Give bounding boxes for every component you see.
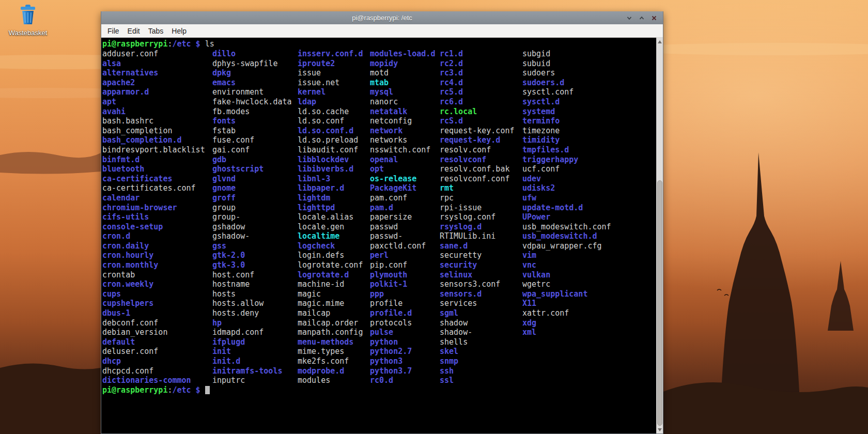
file-entry: cupshelpers <box>102 299 212 308</box>
arrow-up-icon <box>658 40 662 43</box>
file-entry: apache2 <box>102 78 212 88</box>
window-title: pi@raspberrypi: /etc <box>352 14 412 22</box>
file-entry: update-motd.d <box>522 203 611 213</box>
chevron-up-icon <box>639 15 645 21</box>
file-entry: iproute2 <box>298 59 370 69</box>
file-entry: cifs-utils <box>102 212 212 222</box>
file-entry: protocols <box>370 318 440 328</box>
file-entry: glvnd <box>212 174 298 184</box>
file-entry: resolvconf <box>440 155 522 165</box>
file-entry: usb_modeswitch.d <box>522 231 611 241</box>
file-entry: request-key.d <box>440 135 522 145</box>
file-entry: alsa <box>102 59 212 69</box>
file-entry: selinux <box>440 270 522 280</box>
menubar: File Edit Tabs Help <box>101 24 663 38</box>
file-entry: fb.modes <box>212 107 298 117</box>
close-button[interactable] <box>650 14 658 22</box>
file-entry: X11 <box>522 299 611 308</box>
file-entry: timezone <box>522 126 611 136</box>
file-entry: logrotate.d <box>298 270 370 280</box>
file-entry: mtab <box>370 78 440 88</box>
file-entry: fuse.conf <box>212 135 298 145</box>
file-entry: dpkg <box>212 68 298 78</box>
listing-column: rc1.drc2.drc3.drc4.drc5.drc6.drc.localrc… <box>440 49 522 385</box>
prompt-path: /etc $ <box>172 385 205 395</box>
file-entry: gshadow- <box>212 231 298 241</box>
scrollbar[interactable] <box>656 38 663 433</box>
file-entry: python <box>370 337 440 347</box>
file-entry: bindresvport.blacklist <box>102 145 212 155</box>
file-entry: vim <box>522 251 611 260</box>
file-entry: apparmor.d <box>102 87 212 97</box>
file-entry: wpa_supplicant <box>522 289 611 299</box>
file-entry: environment <box>212 87 298 97</box>
file-entry: subgid <box>522 49 611 59</box>
file-entry: cron.weekly <box>102 280 212 289</box>
titlebar[interactable]: pi@raspberrypi: /etc <box>101 11 663 24</box>
file-entry: localtime <box>298 231 370 241</box>
scroll-down-button[interactable] <box>657 426 663 433</box>
scrollbar-thumb[interactable] <box>657 180 662 426</box>
file-entry: libblockdev <box>298 155 370 165</box>
file-entry: libnl-3 <box>298 174 370 184</box>
menu-item-edit[interactable]: Edit <box>123 25 144 37</box>
file-entry: mailcap <box>298 308 370 318</box>
file-entry: udev <box>522 174 611 184</box>
file-entry: os-release <box>370 174 440 184</box>
file-entry: dphys-swapfile <box>212 59 298 69</box>
file-entry: adduser.conf <box>102 49 212 59</box>
file-entry: rc3.d <box>440 68 522 78</box>
file-entry: ld.so.cache <box>298 107 370 117</box>
desktop: Wastebasket pi@raspberrypi: /etc <box>0 0 868 434</box>
file-entry: mime.types <box>298 347 370 357</box>
wastebasket-icon[interactable]: Wastebasket <box>7 3 49 37</box>
file-entry: securetty <box>440 251 522 260</box>
file-entry: inputrc <box>212 376 298 385</box>
file-entry: modprobe.d <box>298 366 370 376</box>
file-entry: profile <box>370 299 440 308</box>
file-entry: hosts <box>212 289 298 299</box>
file-entry: profile.d <box>370 308 440 318</box>
file-entry: rpc <box>440 193 522 203</box>
minimize-button[interactable] <box>626 14 633 22</box>
file-entry: modules-load.d <box>370 49 440 59</box>
menu-item-help[interactable]: Help <box>167 25 191 37</box>
file-entry: UPower <box>522 212 611 222</box>
file-entry: mailcap.order <box>298 318 370 328</box>
file-entry: rmt <box>440 183 522 193</box>
file-entry: logrotate.conf <box>298 260 370 270</box>
file-entry: fake-hwclock.data <box>212 97 298 107</box>
file-entry: rsyslog.conf <box>440 212 522 222</box>
file-entry: dhcpcd.conf <box>102 366 212 376</box>
file-entry: networks <box>370 135 440 145</box>
file-entry: menu-methods <box>298 337 370 347</box>
file-entry: xdg <box>522 318 611 328</box>
scroll-up-button[interactable] <box>657 38 663 45</box>
file-entry: issue <box>298 68 370 78</box>
file-entry: xml <box>522 328 611 337</box>
file-entry: passwd- <box>370 231 440 241</box>
maximize-button[interactable] <box>638 14 645 22</box>
file-entry: sudoers.d <box>522 78 611 88</box>
file-entry: sysctl.d <box>522 97 611 107</box>
menu-item-file[interactable]: File <box>103 25 123 37</box>
command-text: ls <box>205 39 214 49</box>
file-entry: systemd <box>522 107 611 117</box>
file-entry: python2.7 <box>370 347 440 357</box>
file-entry: groff <box>212 193 298 203</box>
file-entry: hp <box>212 318 298 328</box>
file-entry: terminfo <box>522 116 611 126</box>
file-entry: dictionaries-common <box>102 376 212 385</box>
file-entry: network <box>370 126 440 136</box>
terminal-output: pi@raspberrypi:/etc $ ls adduser.confals… <box>102 39 655 395</box>
terminal-screen[interactable]: pi@raspberrypi:/etc $ ls adduser.confals… <box>101 38 663 433</box>
file-entry: sane.d <box>440 241 522 251</box>
file-entry: netatalk <box>370 107 440 117</box>
file-entry: ucf.conf <box>522 164 611 174</box>
file-entry: RTIMULib.ini <box>440 231 522 241</box>
menu-item-tabs[interactable]: Tabs <box>144 25 168 37</box>
file-entry: bash_completion.d <box>102 135 212 145</box>
file-entry: python3 <box>370 357 440 366</box>
file-entry: gdb <box>212 155 298 165</box>
prompt-line: pi@raspberrypi:/etc $ ls <box>102 39 655 49</box>
